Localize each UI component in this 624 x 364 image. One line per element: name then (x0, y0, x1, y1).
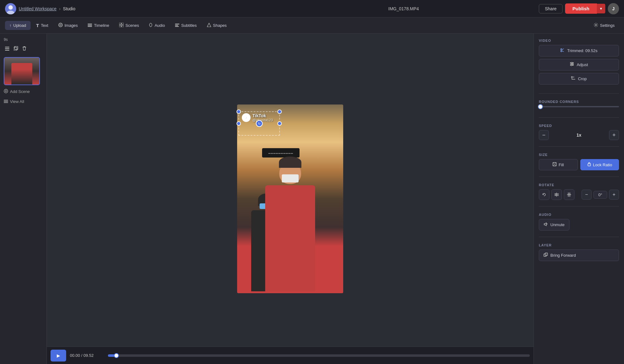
speed-decrease-button[interactable]: − (539, 130, 549, 140)
speed-section: SPEED − 1x + (539, 124, 619, 140)
scissors-icon (560, 48, 565, 53)
svg-rect-5 (88, 24, 92, 24)
crop-button[interactable]: Crop (539, 73, 619, 85)
workspace-link[interactable]: Untitled Workspace (19, 6, 56, 11)
timeline-label: Timeline (94, 23, 109, 28)
svg-point-4 (60, 24, 61, 26)
timeline-bar: ▶ 00.00 / 09.52 (47, 347, 534, 364)
fill-label: Fill (558, 163, 564, 167)
user-avatar[interactable]: J (608, 3, 619, 14)
adjust-button[interactable]: Adjust (539, 59, 619, 70)
svg-rect-21 (15, 46, 18, 50)
speed-increase-button[interactable]: + (609, 130, 619, 140)
rotate-ccw-button[interactable] (539, 189, 549, 200)
workspace-avatar[interactable] (5, 3, 16, 14)
topbar-right: Share Publish ▾ J (539, 3, 619, 14)
rotate-degree: 0° (593, 191, 607, 199)
flip-vertical-button[interactable] (564, 189, 574, 200)
publish-button[interactable]: Publish (565, 3, 597, 14)
subtitles-icon (175, 23, 179, 28)
play-icon: ▶ (57, 353, 60, 358)
svg-point-26 (561, 49, 562, 50)
toolbar: ↑ Upload T Text Images Timeline Scenes A… (0, 17, 624, 34)
images-label: Images (65, 23, 78, 28)
unmute-button[interactable]: Unmute (539, 219, 569, 231)
timeline-thumb[interactable] (114, 353, 119, 358)
right-panel: VIDEO Trimmed: 09.52s Adjust Crop (534, 34, 624, 364)
audio-label: Audio (154, 23, 165, 28)
fill-button[interactable]: Fill (539, 159, 578, 170)
main-layout: 9s Add Scene Vi (0, 34, 624, 364)
toolbar-timeline-btn[interactable]: Timeline (83, 21, 114, 30)
toolbar-audio-btn[interactable]: Audio (144, 21, 169, 30)
svg-point-27 (561, 51, 562, 52)
trimmed-button[interactable]: Trimmed: 09.52s (539, 45, 619, 56)
lock-ratio-button[interactable]: Lock Ratio (580, 159, 619, 170)
audio-section-label: AUDIO (539, 213, 619, 216)
svg-rect-14 (175, 26, 179, 27)
toolbar-images-btn[interactable]: Images (54, 21, 82, 30)
svg-rect-13 (175, 25, 178, 26)
settings-button[interactable]: Settings (589, 21, 619, 30)
publish-dropdown-button[interactable]: ▾ (597, 4, 605, 13)
divider-4 (539, 177, 619, 177)
adjust-label: Adjust (577, 62, 588, 67)
svg-rect-7 (88, 26, 92, 27)
timeline-track[interactable] (108, 354, 530, 357)
divider-1 (539, 93, 619, 94)
scene-duplicate-icon[interactable] (12, 46, 19, 52)
scene-list-icon[interactable] (4, 46, 11, 52)
bring-forward-button[interactable]: Bring Forward (539, 250, 619, 261)
svg-rect-23 (4, 100, 8, 100)
svg-rect-19 (5, 50, 9, 51)
toolbar-scenes-btn[interactable]: Scenes (115, 21, 143, 30)
rotate-minus-button[interactable]: − (582, 190, 592, 200)
left-sidebar: 9s Add Scene Vi (0, 34, 47, 364)
crop-label: Crop (578, 76, 587, 81)
add-scene-label: Add Scene (10, 89, 30, 94)
scene-icons (4, 46, 43, 52)
total-time: 09.52 (83, 353, 94, 358)
add-scene-button[interactable]: Add Scene (4, 88, 43, 95)
timeline-icon (88, 23, 92, 28)
svg-rect-17 (5, 47, 9, 47)
svg-point-16 (595, 24, 597, 26)
scene-thumbnail[interactable] (4, 57, 40, 85)
topbar: Untitled Workspace › Studio IMG_0178.MP4… (0, 0, 624, 17)
lock-ratio-label: Lock Ratio (593, 163, 612, 167)
audio-icon (149, 23, 153, 28)
rounded-corners-slider[interactable] (539, 106, 619, 107)
svg-rect-18 (5, 48, 9, 49)
toolbar-shapes-btn[interactable]: Shapes (202, 21, 231, 30)
toolbar-text-btn[interactable]: T Text (32, 21, 53, 30)
svg-rect-12 (175, 24, 179, 24)
view-all-button[interactable]: View All (4, 98, 43, 105)
lock-ratio-icon (587, 162, 591, 167)
tiktok-name: TikTok (252, 113, 273, 118)
scene-delete-icon[interactable] (21, 46, 27, 52)
toolbar-upload-btn[interactable]: ↑ Upload (5, 21, 31, 30)
adjust-icon (570, 62, 574, 67)
add-scene-icon (4, 89, 8, 94)
svg-rect-35 (588, 164, 591, 166)
divider-6 (539, 237, 619, 237)
layer-section-label: LAYER (539, 243, 619, 247)
svg-rect-9 (122, 23, 124, 25)
video-canvas: ▬▬▬▬▬▬▬▬▬▬ (237, 104, 343, 293)
shapes-icon (207, 23, 211, 28)
share-button[interactable]: Share (539, 4, 562, 13)
canvas-area[interactable]: ▬▬▬▬▬▬▬▬▬▬ (47, 34, 534, 364)
svg-point-33 (571, 62, 573, 63)
view-all-label: View All (10, 99, 24, 104)
play-button[interactable]: ▶ (51, 350, 66, 362)
divider-2 (539, 117, 619, 118)
current-time: 00.00 (70, 353, 80, 358)
subtitles-label: Subtitles (181, 23, 197, 28)
video-container[interactable]: ▬▬▬▬▬▬▬▬▬▬ (237, 104, 343, 293)
rotate-plus-button[interactable]: + (609, 190, 619, 200)
toolbar-subtitles-btn[interactable]: Subtitles (171, 21, 201, 30)
flip-horizontal-button[interactable] (551, 189, 562, 200)
svg-rect-25 (4, 102, 8, 103)
upload-icon: ↑ (9, 23, 12, 28)
file-name: IMG_0178.MP4 (272, 6, 535, 11)
